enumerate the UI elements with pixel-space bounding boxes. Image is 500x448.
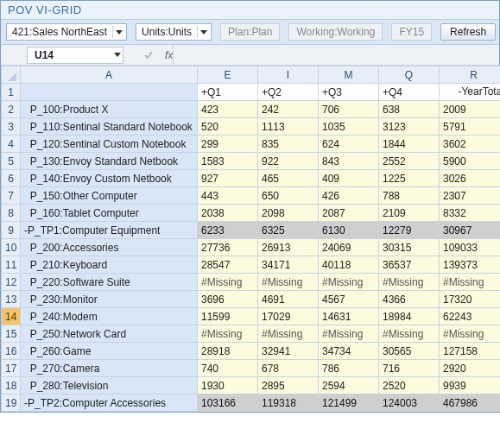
row-header-7[interactable]: 7 (2, 187, 21, 205)
row-header-5[interactable]: 5 (2, 153, 21, 170)
data-cell[interactable]: 4691 (258, 291, 319, 308)
data-cell[interactable]: 740 (198, 360, 258, 377)
data-cell[interactable]: #Missing (198, 274, 258, 291)
data-cell[interactable]: 716 (379, 360, 440, 377)
col-header-R[interactable]: R (440, 66, 501, 84)
data-cell[interactable]: 927 (198, 170, 258, 187)
col-header-A[interactable]: A (21, 66, 198, 84)
data-cell[interactable]: 139373 (440, 256, 501, 274)
data-cell[interactable]: 467986 (440, 394, 501, 412)
data-cell[interactable]: 6325 (258, 222, 319, 239)
row-header-8[interactable]: 8 (2, 205, 21, 222)
data-cell[interactable]: 2038 (198, 205, 258, 222)
data-cell[interactable]: 34734 (319, 343, 379, 360)
data-cell[interactable]: 638 (379, 101, 440, 118)
row-label[interactable]: P_240:Modem (21, 308, 198, 325)
row-header-13[interactable]: 13 (2, 291, 21, 308)
data-cell[interactable]: #Missing (379, 274, 440, 291)
data-cell[interactable]: 5791 (440, 118, 501, 136)
data-cell[interactable]: 17320 (440, 291, 501, 308)
units-selector[interactable]: Units:Units (136, 23, 212, 41)
data-cell[interactable]: 1583 (198, 153, 258, 170)
row-header-10[interactable]: 10 (2, 239, 21, 256)
data-cell[interactable]: 786 (319, 360, 379, 377)
cell-E1[interactable]: +Q1 (198, 84, 258, 101)
row-header-12[interactable]: 12 (2, 274, 21, 291)
row-header-16[interactable]: 16 (2, 343, 21, 360)
data-cell[interactable]: #Missing (440, 325, 501, 343)
row-label[interactable]: P_150:Other Computer (21, 187, 198, 205)
row-header-19[interactable]: 19 (2, 394, 21, 412)
data-cell[interactable]: 17029 (258, 308, 319, 325)
col-header-E[interactable]: E (198, 66, 258, 84)
data-cell[interactable]: 3696 (198, 291, 258, 308)
data-cell[interactable]: 706 (319, 101, 379, 118)
row-header-1[interactable]: 1 (2, 84, 21, 101)
data-cell[interactable]: 34171 (258, 256, 319, 274)
data-cell[interactable]: 103166 (198, 394, 258, 412)
data-cell[interactable]: 2920 (440, 360, 501, 377)
data-cell[interactable]: 12279 (379, 222, 440, 239)
data-cell[interactable]: 4567 (319, 291, 379, 308)
row-header-9[interactable]: 9 (2, 222, 21, 239)
row-header-15[interactable]: 15 (2, 325, 21, 343)
data-cell[interactable]: 2594 (319, 377, 379, 394)
data-cell[interactable]: 28918 (198, 343, 258, 360)
data-cell[interactable]: 835 (258, 136, 319, 153)
row-label[interactable]: P_270:Camera (21, 360, 198, 377)
data-cell[interactable]: 624 (319, 136, 379, 153)
data-cell[interactable]: 121499 (319, 394, 379, 412)
data-cell[interactable]: 242 (258, 101, 319, 118)
row-header-4[interactable]: 4 (2, 136, 21, 153)
row-label[interactable]: -P_TP2:Computer Accessories (21, 394, 198, 412)
row-header-14[interactable]: 14 (2, 308, 21, 325)
data-cell[interactable]: 2552 (379, 153, 440, 170)
data-cell[interactable]: 465 (258, 170, 319, 187)
data-cell[interactable]: 423 (198, 101, 258, 118)
row-label[interactable]: P_160:Tablet Computer (21, 205, 198, 222)
data-cell[interactable]: 1844 (379, 136, 440, 153)
data-cell[interactable]: #Missing (440, 274, 501, 291)
data-cell[interactable]: 1225 (379, 170, 440, 187)
data-cell[interactable]: 109033 (440, 239, 501, 256)
entity-selector[interactable]: 421:Sales NorthEast (6, 23, 127, 41)
row-label[interactable]: -P_TP1:Computer Equipment (21, 222, 198, 239)
data-cell[interactable]: 30565 (379, 343, 440, 360)
data-cell[interactable]: 1035 (319, 118, 379, 136)
row-label[interactable]: P_140:Envoy Custom Netbook (21, 170, 198, 187)
row-label[interactable]: P_210:Keyboard (21, 256, 198, 274)
data-cell[interactable]: 650 (258, 187, 319, 205)
data-cell[interactable]: 30967 (440, 222, 501, 239)
data-cell[interactable]: 3123 (379, 118, 440, 136)
row-label[interactable]: P_100:Product X (21, 101, 198, 118)
data-cell[interactable]: 2009 (440, 101, 501, 118)
data-cell[interactable]: 9939 (440, 377, 501, 394)
data-cell[interactable]: 299 (198, 136, 258, 153)
data-cell[interactable]: 409 (319, 170, 379, 187)
data-cell[interactable]: 426 (319, 187, 379, 205)
cell-R1[interactable]: -YearTotal (440, 84, 501, 101)
data-cell[interactable]: 36537 (379, 256, 440, 274)
row-header-6[interactable]: 6 (2, 170, 21, 187)
data-cell[interactable]: 2087 (319, 205, 379, 222)
cell-Q1[interactable]: +Q4 (379, 84, 440, 101)
data-cell[interactable]: 124003 (379, 394, 440, 412)
data-cell[interactable]: #Missing (319, 325, 379, 343)
data-cell[interactable]: 40118 (319, 256, 379, 274)
data-cell[interactable]: 2307 (440, 187, 501, 205)
data-cell[interactable]: 119318 (258, 394, 319, 412)
row-header-2[interactable]: 2 (2, 101, 21, 118)
data-cell[interactable]: 28547 (198, 256, 258, 274)
row-label[interactable]: P_120:Sentinal Custom Notebook (21, 136, 198, 153)
data-cell[interactable]: #Missing (198, 325, 258, 343)
data-cell[interactable]: 11599 (198, 308, 258, 325)
data-cell[interactable]: 2098 (258, 205, 319, 222)
data-cell[interactable]: 4366 (379, 291, 440, 308)
row-label[interactable]: P_200:Accessories (21, 239, 198, 256)
col-header-Q[interactable]: Q (379, 66, 440, 84)
data-cell[interactable]: #Missing (319, 274, 379, 291)
data-cell[interactable]: 27736 (198, 239, 258, 256)
row-label[interactable]: P_260:Game (21, 343, 198, 360)
data-cell[interactable]: 62243 (440, 308, 501, 325)
data-cell[interactable]: 2109 (379, 205, 440, 222)
